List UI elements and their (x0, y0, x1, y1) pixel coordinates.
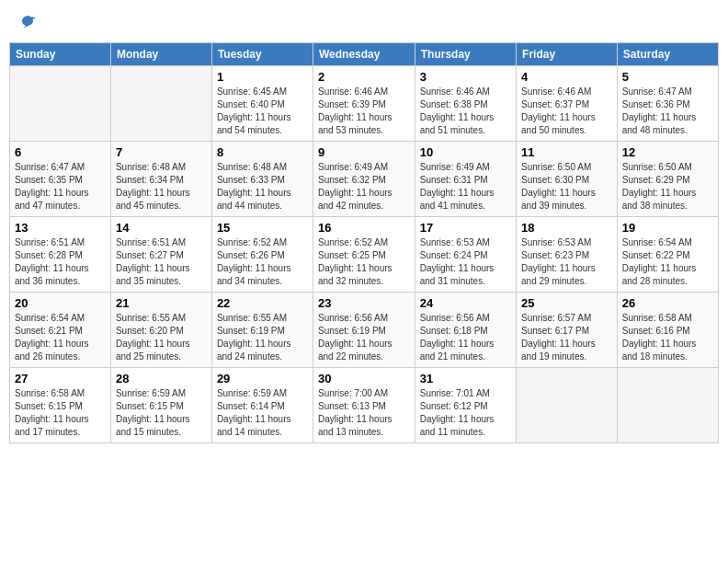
day-number: 1 (217, 70, 308, 84)
calendar-header-row: SundayMondayTuesdayWednesdayThursdayFrid… (10, 43, 719, 66)
day-number: 2 (318, 70, 410, 84)
day-info: Sunrise: 6:49 AMSunset: 6:31 PMDaylight:… (420, 161, 511, 213)
calendar-day-cell: 16Sunrise: 6:52 AMSunset: 6:25 PMDayligh… (313, 217, 415, 293)
calendar-week-row: 6Sunrise: 6:47 AMSunset: 6:35 PMDaylight… (10, 142, 719, 217)
logo (17, 13, 37, 31)
day-info: Sunrise: 6:56 AMSunset: 6:18 PMDaylight:… (420, 312, 511, 363)
calendar-day-cell: 13Sunrise: 6:51 AMSunset: 6:28 PMDayligh… (10, 217, 111, 293)
calendar-day-cell: 4Sunrise: 6:46 AMSunset: 6:37 PMDaylight… (517, 66, 618, 142)
day-info: Sunrise: 6:46 AMSunset: 6:38 PMDaylight:… (420, 86, 511, 137)
calendar-week-row: 27Sunrise: 6:58 AMSunset: 6:15 PMDayligh… (10, 368, 719, 443)
day-info: Sunrise: 6:55 AMSunset: 6:20 PMDaylight:… (116, 312, 207, 363)
calendar-week-row: 13Sunrise: 6:51 AMSunset: 6:28 PMDayligh… (10, 217, 719, 293)
day-number: 30 (318, 372, 410, 385)
day-info: Sunrise: 6:59 AMSunset: 6:15 PMDaylight:… (116, 387, 207, 439)
calendar-day-cell: 31Sunrise: 7:01 AMSunset: 6:12 PMDayligh… (415, 368, 516, 443)
calendar-day-cell: 20Sunrise: 6:54 AMSunset: 6:21 PMDayligh… (10, 293, 111, 368)
calendar-day-cell: 6Sunrise: 6:47 AMSunset: 6:35 PMDaylight… (10, 142, 111, 217)
calendar-day-cell (517, 368, 618, 443)
day-number: 22 (217, 296, 308, 310)
weekday-header: Saturday (617, 43, 718, 66)
calendar-day-cell: 25Sunrise: 6:57 AMSunset: 6:17 PMDayligh… (517, 293, 618, 368)
calendar-day-cell: 23Sunrise: 6:56 AMSunset: 6:19 PMDayligh… (313, 293, 415, 368)
weekday-header: Monday (110, 43, 211, 66)
weekday-header: Thursday (415, 43, 516, 66)
calendar-day-cell: 9Sunrise: 6:49 AMSunset: 6:32 PMDaylight… (313, 142, 415, 217)
day-number: 17 (420, 221, 511, 235)
day-info: Sunrise: 6:50 AMSunset: 6:29 PMDaylight:… (622, 161, 713, 213)
day-number: 23 (318, 296, 410, 310)
day-info: Sunrise: 6:47 AMSunset: 6:36 PMDaylight:… (622, 86, 713, 137)
day-number: 6 (15, 145, 106, 159)
day-number: 21 (116, 296, 207, 310)
day-info: Sunrise: 6:58 AMSunset: 6:15 PMDaylight:… (15, 387, 106, 439)
calendar-day-cell (110, 66, 211, 142)
calendar-day-cell: 14Sunrise: 6:51 AMSunset: 6:27 PMDayligh… (110, 217, 211, 293)
day-info: Sunrise: 7:01 AMSunset: 6:12 PMDaylight:… (420, 387, 511, 439)
day-info: Sunrise: 6:53 AMSunset: 6:23 PMDaylight:… (521, 236, 612, 288)
day-number: 27 (15, 372, 106, 385)
day-info: Sunrise: 6:48 AMSunset: 6:33 PMDaylight:… (217, 161, 308, 213)
calendar-day-cell: 17Sunrise: 6:53 AMSunset: 6:24 PMDayligh… (415, 217, 516, 293)
day-info: Sunrise: 6:46 AMSunset: 6:39 PMDaylight:… (318, 86, 410, 137)
day-number: 26 (622, 296, 713, 310)
day-info: Sunrise: 6:47 AMSunset: 6:35 PMDaylight:… (15, 161, 106, 213)
day-number: 18 (521, 221, 612, 235)
day-number: 4 (521, 70, 612, 84)
day-info: Sunrise: 6:46 AMSunset: 6:37 PMDaylight:… (521, 86, 612, 137)
calendar-day-cell: 12Sunrise: 6:50 AMSunset: 6:29 PMDayligh… (617, 142, 718, 217)
day-info: Sunrise: 6:53 AMSunset: 6:24 PMDaylight:… (420, 236, 511, 288)
weekday-header: Wednesday (313, 43, 415, 66)
calendar-day-cell: 28Sunrise: 6:59 AMSunset: 6:15 PMDayligh… (110, 368, 211, 443)
calendar-day-cell: 5Sunrise: 6:47 AMSunset: 6:36 PMDaylight… (617, 66, 718, 142)
day-info: Sunrise: 6:56 AMSunset: 6:19 PMDaylight:… (318, 312, 410, 363)
weekday-header: Tuesday (211, 43, 313, 66)
day-info: Sunrise: 7:00 AMSunset: 6:13 PMDaylight:… (318, 387, 410, 439)
calendar-day-cell (617, 368, 718, 443)
day-number: 20 (15, 296, 106, 310)
day-info: Sunrise: 6:50 AMSunset: 6:30 PMDaylight:… (521, 161, 612, 213)
day-number: 3 (420, 70, 511, 84)
calendar-day-cell: 24Sunrise: 6:56 AMSunset: 6:18 PMDayligh… (415, 293, 516, 368)
day-info: Sunrise: 6:48 AMSunset: 6:34 PMDaylight:… (116, 161, 207, 213)
day-number: 14 (116, 221, 207, 235)
day-info: Sunrise: 6:52 AMSunset: 6:26 PMDaylight:… (217, 236, 308, 288)
calendar-day-cell: 1Sunrise: 6:45 AMSunset: 6:40 PMDaylight… (211, 66, 313, 142)
logo-bird-icon (18, 13, 37, 31)
day-number: 15 (217, 221, 308, 235)
day-number: 31 (420, 372, 511, 385)
day-number: 9 (318, 145, 410, 159)
calendar-day-cell: 18Sunrise: 6:53 AMSunset: 6:23 PMDayligh… (517, 217, 618, 293)
day-info: Sunrise: 6:52 AMSunset: 6:25 PMDaylight:… (318, 236, 410, 288)
calendar-day-cell: 27Sunrise: 6:58 AMSunset: 6:15 PMDayligh… (10, 368, 111, 443)
calendar-day-cell: 26Sunrise: 6:58 AMSunset: 6:16 PMDayligh… (617, 293, 718, 368)
calendar-day-cell: 15Sunrise: 6:52 AMSunset: 6:26 PMDayligh… (211, 217, 313, 293)
page-header (9, 9, 719, 35)
day-number: 7 (116, 145, 207, 159)
calendar-day-cell: 2Sunrise: 6:46 AMSunset: 6:39 PMDaylight… (313, 66, 415, 142)
calendar-day-cell: 8Sunrise: 6:48 AMSunset: 6:33 PMDaylight… (211, 142, 313, 217)
day-number: 10 (420, 145, 511, 159)
calendar-day-cell: 29Sunrise: 6:59 AMSunset: 6:14 PMDayligh… (211, 368, 313, 443)
calendar-day-cell: 3Sunrise: 6:46 AMSunset: 6:38 PMDaylight… (415, 66, 516, 142)
weekday-header: Sunday (10, 43, 111, 66)
day-number: 19 (622, 221, 713, 235)
day-number: 13 (15, 221, 106, 235)
calendar-week-row: 1Sunrise: 6:45 AMSunset: 6:40 PMDaylight… (10, 66, 719, 142)
calendar-day-cell: 19Sunrise: 6:54 AMSunset: 6:22 PMDayligh… (617, 217, 718, 293)
day-info: Sunrise: 6:54 AMSunset: 6:22 PMDaylight:… (622, 236, 713, 288)
day-info: Sunrise: 6:51 AMSunset: 6:27 PMDaylight:… (116, 236, 207, 288)
day-info: Sunrise: 6:57 AMSunset: 6:17 PMDaylight:… (521, 312, 612, 363)
day-number: 29 (217, 372, 308, 385)
calendar-day-cell: 21Sunrise: 6:55 AMSunset: 6:20 PMDayligh… (110, 293, 211, 368)
day-info: Sunrise: 6:49 AMSunset: 6:32 PMDaylight:… (318, 161, 410, 213)
calendar-day-cell: 10Sunrise: 6:49 AMSunset: 6:31 PMDayligh… (415, 142, 516, 217)
calendar-day-cell: 11Sunrise: 6:50 AMSunset: 6:30 PMDayligh… (517, 142, 618, 217)
calendar-day-cell (10, 66, 111, 142)
day-number: 12 (622, 145, 713, 159)
day-number: 11 (521, 145, 612, 159)
calendar-table: SundayMondayTuesdayWednesdayThursdayFrid… (9, 42, 719, 443)
calendar-day-cell: 22Sunrise: 6:55 AMSunset: 6:19 PMDayligh… (211, 293, 313, 368)
day-number: 5 (622, 70, 713, 84)
day-info: Sunrise: 6:51 AMSunset: 6:28 PMDaylight:… (15, 236, 106, 288)
